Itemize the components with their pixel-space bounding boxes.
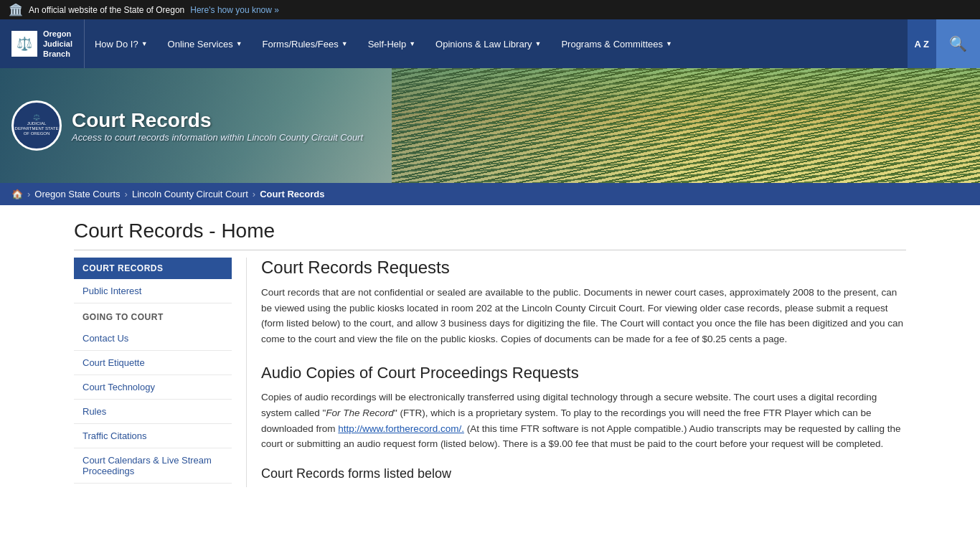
breadcrumb-lincoln-county[interactable]: Lincoln County Circuit Court bbox=[132, 189, 248, 199]
sidebar-link-court-etiquette[interactable]: Court Etiquette bbox=[74, 351, 232, 375]
oregon-flag-icon: 🏛️ bbox=[9, 3, 23, 17]
sidebar-section-going-to-court: GOING TO COURT bbox=[74, 303, 232, 326]
breadcrumb-sep: › bbox=[125, 189, 128, 199]
nav-how-do-i[interactable]: How Do I? ▼ bbox=[85, 19, 158, 68]
chevron-down-icon: ▼ bbox=[409, 40, 415, 47]
nav-items: How Do I? ▼ Online Services ▼ Forms/Rule… bbox=[85, 19, 908, 68]
chevron-down-icon: ▼ bbox=[666, 40, 672, 47]
page-title: Court Records - Home bbox=[74, 220, 906, 250]
how-to-know-link[interactable]: Here's how you know » bbox=[190, 5, 279, 15]
nav-right: A Z 🔍 bbox=[908, 19, 980, 68]
nav-forms-rules-fees[interactable]: Forms/Rules/Fees ▼ bbox=[253, 19, 358, 68]
top-bar: 🏛️ An official website of the State of O… bbox=[0, 0, 980, 19]
nav-opinions-law-library[interactable]: Opinions & Law Library ▼ bbox=[425, 19, 551, 68]
search-button[interactable]: 🔍 bbox=[936, 19, 980, 68]
hero-banner: ⚖️ JUDICIAL DEPARTMENT STATE OF OREGON C… bbox=[0, 68, 980, 183]
forms-listed-below-heading: Court Records forms listed below bbox=[261, 466, 906, 481]
audio-copies-heading: Audio Copies of Court Proceedings Reques… bbox=[261, 364, 906, 382]
breadcrumb-oregon-state-courts[interactable]: Oregon State Courts bbox=[34, 189, 120, 199]
az-button[interactable]: A Z bbox=[908, 19, 936, 68]
sidebar-section-court-records: COURT RECORDS bbox=[74, 258, 232, 279]
breadcrumb: 🏠 › Oregon State Courts › Lincoln County… bbox=[0, 183, 980, 205]
breadcrumb-current: Court Records bbox=[260, 189, 324, 199]
site-logo[interactable]: ⚖️ Oregon Judicial Branch bbox=[0, 19, 85, 68]
audio-para-italic: For The Record bbox=[326, 408, 394, 418]
chevron-down-icon: ▼ bbox=[236, 40, 242, 47]
chevron-down-icon: ▼ bbox=[141, 40, 148, 47]
chevron-down-icon: ▼ bbox=[341, 40, 348, 47]
nav-self-help[interactable]: Self-Help ▼ bbox=[358, 19, 425, 68]
hero-subtitle: Access to court records information with… bbox=[72, 132, 363, 143]
logo-icon: ⚖️ bbox=[11, 31, 37, 57]
nav-programs-committees[interactable]: Programs & Committees ▼ bbox=[551, 19, 682, 68]
main-container: Court Records - Home COURT RECORDS Publi… bbox=[60, 205, 920, 487]
breadcrumb-sep: › bbox=[253, 189, 255, 199]
audio-copies-para: Copies of audio recordings will be elect… bbox=[261, 390, 906, 451]
logo-text: Oregon Judicial Branch bbox=[43, 29, 72, 60]
content-layout: COURT RECORDS Public Interest GOING TO C… bbox=[74, 258, 906, 487]
sidebar-link-contact-us[interactable]: Contact Us bbox=[74, 326, 232, 351]
sidebar-link-rules[interactable]: Rules bbox=[74, 400, 232, 424]
nav-online-services[interactable]: Online Services ▼ bbox=[158, 19, 253, 68]
court-records-requests-para: Court records that are not confidential … bbox=[261, 285, 906, 347]
home-icon[interactable]: 🏠 bbox=[11, 189, 23, 199]
sidebar-link-court-technology[interactable]: Court Technology bbox=[74, 375, 232, 400]
sidebar-link-traffic-citations[interactable]: Traffic Citations bbox=[74, 424, 232, 448]
sidebar-link-public-interest[interactable]: Public Interest bbox=[74, 279, 232, 303]
sidebar-link-court-calendars[interactable]: Court Calendars & Live Stream Proceeding… bbox=[74, 448, 232, 484]
ftr-link[interactable]: http://www.fortherecord.com/. bbox=[338, 423, 464, 434]
breadcrumb-sep: › bbox=[27, 189, 30, 199]
hero-text: Court Records Access to court records in… bbox=[72, 109, 363, 143]
chevron-down-icon: ▼ bbox=[534, 40, 541, 47]
nav-bar: ⚖️ Oregon Judicial Branch How Do I? ▼ On… bbox=[0, 19, 980, 68]
official-text: An official website of the State of Oreg… bbox=[29, 5, 184, 15]
sidebar: COURT RECORDS Public Interest GOING TO C… bbox=[74, 258, 246, 487]
court-records-requests-heading: Court Records Requests bbox=[261, 258, 906, 278]
main-content: Court Records Requests Court records tha… bbox=[246, 258, 906, 487]
hero-title: Court Records bbox=[72, 109, 363, 132]
judicial-seal: ⚖️ JUDICIAL DEPARTMENT STATE OF OREGON bbox=[11, 100, 62, 151]
